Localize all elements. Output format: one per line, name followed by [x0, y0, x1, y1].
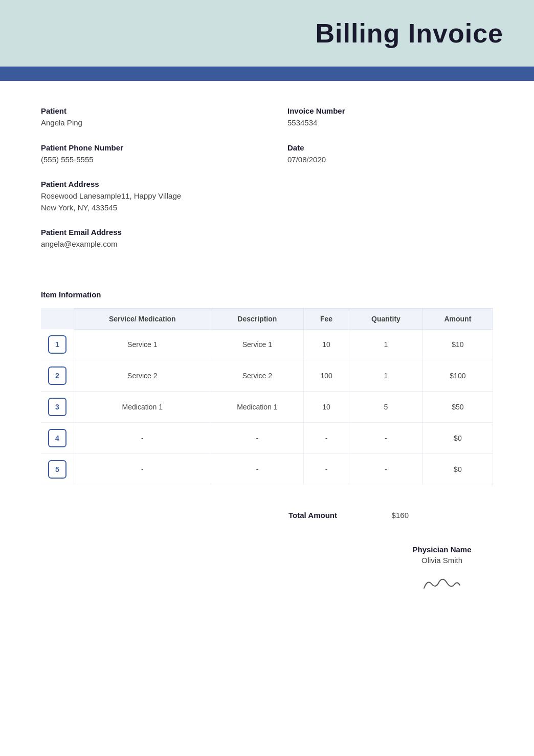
total-section: Total Amount $160 [0, 501, 534, 535]
patient-address-label: Patient Address [41, 180, 247, 188]
row-service-cell: Medication 1 [74, 392, 211, 423]
row-service-cell: - [74, 454, 211, 485]
patient-section: Patient Angela Ping Patient Phone Number… [0, 81, 534, 280]
patient-phone-value: (555) 555-5555 [41, 154, 247, 166]
row-fee-cell: - [304, 423, 349, 454]
row-fee-cell: 10 [304, 392, 349, 423]
row-amount-cell: $10 [422, 329, 493, 360]
col-fee: Fee [304, 308, 349, 329]
row-description-cell: - [211, 454, 304, 485]
row-num-cell: 5 [41, 454, 74, 485]
row-amount-cell: $0 [422, 454, 493, 485]
patient-name-label: Patient [41, 106, 247, 115]
page: Billing Invoice Patient Angela Ping Pati… [0, 0, 534, 756]
patient-phone-block: Patient Phone Number (555) 555-5555 [41, 143, 247, 166]
patient-email-value: angela@example.com [41, 239, 247, 250]
physician-name: Olivia Smith [391, 556, 493, 565]
header-stripe [0, 67, 534, 81]
row-number-badge: 5 [48, 460, 66, 479]
col-description: Description [211, 308, 304, 329]
patient-left: Patient Angela Ping Patient Phone Number… [41, 106, 247, 265]
total-value: $160 [378, 511, 409, 520]
row-fee-cell: 100 [304, 360, 349, 392]
header-background: Billing Invoice [0, 0, 534, 67]
patient-name-block: Patient Angela Ping [41, 106, 247, 129]
row-quantity-cell: 1 [349, 329, 423, 360]
row-amount-cell: $100 [422, 360, 493, 392]
table-row: 1 Service 1 Service 1 10 1 $10 [41, 329, 493, 360]
table-header-row: Service/ Medication Description Fee Quan… [41, 308, 493, 329]
row-number-badge: 3 [48, 398, 66, 416]
patient-name-value: Angela Ping [41, 117, 247, 129]
items-section: Item Information Service/ Medication Des… [0, 280, 534, 501]
patient-email-label: Patient Email Address [41, 228, 247, 236]
col-quantity: Quantity [349, 308, 423, 329]
physician-label: Physician Name [391, 545, 493, 554]
physician-section: Physician Name Olivia Smith [0, 535, 534, 612]
invoice-date-value: 07/08/2020 [287, 154, 493, 166]
col-num [41, 308, 74, 329]
row-number-badge: 4 [48, 429, 66, 447]
row-quantity-cell: 5 [349, 392, 423, 423]
row-description-cell: - [211, 423, 304, 454]
row-amount-cell: $50 [422, 392, 493, 423]
page-title: Billing Invoice [316, 18, 504, 49]
patient-address-line2: New York, NY, 433545 [41, 202, 247, 214]
row-num-cell: 1 [41, 329, 74, 360]
row-num-cell: 3 [41, 392, 74, 423]
col-amount: Amount [422, 308, 493, 329]
patient-phone-label: Patient Phone Number [41, 143, 247, 152]
patient-address-block: Patient Address Rosewood Lanesample11, H… [41, 180, 247, 213]
row-description-cell: Service 1 [211, 329, 304, 360]
row-quantity-cell: - [349, 423, 423, 454]
row-quantity-cell: - [349, 454, 423, 485]
invoice-number-label: Invoice Number [287, 106, 493, 115]
physician-block: Physician Name Olivia Smith [391, 545, 493, 596]
table-row: 4 - - - - $0 [41, 423, 493, 454]
table-row: 5 - - - - $0 [41, 454, 493, 485]
row-description-cell: Medication 1 [211, 392, 304, 423]
table-row: 2 Service 2 Service 2 100 1 $100 [41, 360, 493, 392]
row-service-cell: - [74, 423, 211, 454]
items-table: Service/ Medication Description Fee Quan… [41, 308, 493, 486]
row-num-cell: 2 [41, 360, 74, 392]
row-number-badge: 2 [48, 366, 66, 385]
col-service: Service/ Medication [74, 308, 211, 329]
invoice-date-label: Date [287, 143, 493, 152]
row-quantity-cell: 1 [349, 360, 423, 392]
items-section-title: Item Information [41, 290, 493, 299]
patient-address-line1: Rosewood Lanesample11, Happy Village [41, 190, 247, 202]
signature-icon [421, 574, 462, 594]
row-description-cell: Service 2 [211, 360, 304, 392]
row-num-cell: 4 [41, 423, 74, 454]
table-row: 3 Medication 1 Medication 1 10 5 $50 [41, 392, 493, 423]
total-row: Total Amount $160 [288, 511, 493, 520]
patient-email-block: Patient Email Address angela@example.com [41, 228, 247, 250]
row-service-cell: Service 1 [74, 329, 211, 360]
patient-right: Invoice Number 5534534 Date 07/08/2020 [287, 106, 493, 265]
invoice-number-value: 5534534 [287, 117, 493, 129]
row-service-cell: Service 2 [74, 360, 211, 392]
row-fee-cell: - [304, 454, 349, 485]
row-number-badge: 1 [48, 335, 66, 354]
row-fee-cell: 10 [304, 329, 349, 360]
invoice-number-block: Invoice Number 5534534 [287, 106, 493, 129]
total-label: Total Amount [288, 511, 337, 520]
row-amount-cell: $0 [422, 423, 493, 454]
invoice-date-block: Date 07/08/2020 [287, 143, 493, 166]
